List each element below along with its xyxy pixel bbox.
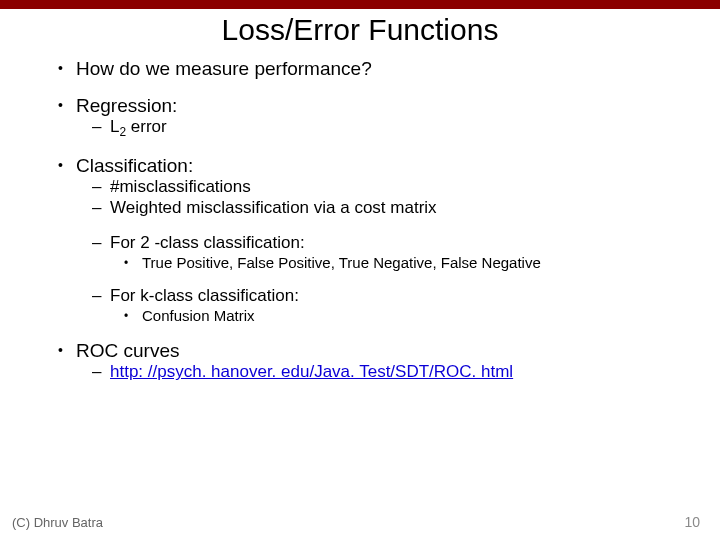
bullet-list: How do we measure performance? Regressio…: [60, 57, 690, 383]
footer-copyright: (C) Dhruv Batra: [12, 515, 103, 530]
bullet-k-class-text: For k-class classification:: [110, 286, 299, 305]
bullet-misclass-text: #misclassifications: [110, 177, 251, 196]
slide: Loss/Error Functions How do we measure p…: [0, 0, 720, 540]
top-accent-bar: [0, 0, 720, 9]
bullet-perf-text: How do we measure performance?: [76, 58, 372, 79]
footer-page-number: 10: [684, 514, 700, 530]
bullet-classification: Classification: #misclassifications Weig…: [60, 154, 690, 325]
bullet-two-class-text: For 2 -class classification:: [110, 233, 305, 252]
bullet-confusion-text: Confusion Matrix: [142, 307, 255, 324]
slide-title: Loss/Error Functions: [0, 9, 720, 57]
bullet-weighted-text: Weighted misclassification via a cost ma…: [110, 198, 437, 217]
bullet-classification-text: Classification:: [76, 155, 193, 176]
bullet-weighted: Weighted misclassification via a cost ma…: [92, 198, 690, 219]
bullet-regression: Regression: L2 error: [60, 94, 690, 140]
bullet-misclass: #misclassifications: [92, 177, 690, 198]
bullet-tp-fp-text: True Positive, False Positive, True Nega…: [142, 254, 541, 271]
roc-link[interactable]: http: //psych. hanover. edu/Java. Test/S…: [110, 362, 513, 381]
slide-body: How do we measure performance? Regressio…: [0, 57, 720, 383]
bullet-regression-text: Regression:: [76, 95, 177, 116]
l2-suffix: error: [126, 117, 167, 136]
bullet-k-class: For k-class classification: Confusion Ma…: [92, 286, 690, 325]
bullet-roc: ROC curves http: //psych. hanover. edu/J…: [60, 339, 690, 383]
bullet-tp-fp: True Positive, False Positive, True Nega…: [124, 254, 690, 272]
bullet-confusion: Confusion Matrix: [124, 307, 690, 325]
bullet-perf: How do we measure performance?: [60, 57, 690, 80]
bullet-two-class: For 2 -class classification: True Positi…: [92, 233, 690, 272]
bullet-roc-text: ROC curves: [76, 340, 179, 361]
bullet-roc-link-item: http: //psych. hanover. edu/Java. Test/S…: [92, 362, 690, 383]
bullet-l2: L2 error: [92, 117, 690, 140]
